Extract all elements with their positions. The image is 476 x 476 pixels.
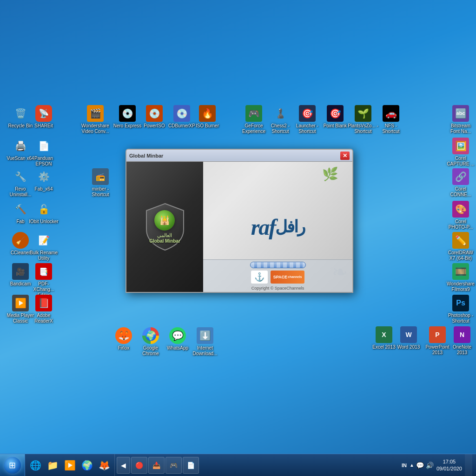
desktop-icon-panduan-epson[interactable]: 📄 Panduan EPSON	[27, 136, 60, 169]
fab-x64-label: Fab_x64	[35, 186, 53, 192]
desktop-icon-corel-photop[interactable]: 🎨 Corel PHOTO-P...	[444, 199, 476, 232]
bandicam-icon: 🎥	[12, 263, 29, 280]
launcher-icon: 🎯	[299, 105, 316, 122]
pdf-xchange-icon: 📑	[35, 263, 52, 280]
tray-volume-icon[interactable]: 🔊	[426, 462, 434, 469]
pinned-media-player[interactable]: ▶️	[61, 457, 78, 474]
panduan-epson-label: Panduan EPSON	[29, 156, 59, 167]
pinned-explorer[interactable]: 📁	[44, 457, 61, 474]
progress-bar-fill	[251, 262, 305, 268]
desktop-icon-nfs[interactable]: 🚗 NFS - Shortcut	[374, 103, 408, 136]
poweriso-label: PowerISO	[144, 123, 165, 129]
idm-tb-label: Internet Download...	[189, 345, 221, 357]
corel-capture-icon: 🖼️	[452, 138, 469, 154]
logo-circle: 🕌	[154, 210, 175, 231]
desktop-icon-fab-x64[interactable]: ⚙️ Fab_x64	[27, 166, 60, 194]
raf-text: raf	[251, 214, 276, 240]
bulk-rename-label: Bulk Rename Utility	[29, 250, 59, 261]
desktop-icon-shareit[interactable]: 📡 SHAREit	[27, 103, 60, 131]
excel-2013-icon: X	[376, 326, 392, 343]
clock[interactable]: 17:05 09/01/2020	[436, 458, 462, 472]
desktop-icon-bitstream[interactable]: 🔤 Bitstream Font Na...	[444, 103, 476, 136]
photoshop-label: Photoshop - Shortcut	[446, 313, 476, 324]
start-orb[interactable]: ⊞	[4, 457, 21, 474]
fab-x64-icon: ⚙️	[35, 168, 52, 185]
popup-bottom-bar: ⚓ SPACE channels Copyright © SpaceChanne…	[203, 259, 352, 292]
pinned-ie[interactable]: 🌐	[27, 457, 44, 474]
wondershare-label: Wondershare Video Conv...	[79, 123, 112, 134]
revo-icon: 🔧	[12, 168, 29, 185]
popup-left-banner: 🕌 العالمي Global Minbar	[126, 162, 203, 292]
quick-launch-bar: 🌐 📁 ▶️ 🌍 🦊	[25, 454, 115, 476]
desktop-icon-onenote-2013[interactable]: N OneNote 2013	[445, 324, 476, 357]
vuescan-icon: 🖨️	[12, 138, 29, 154]
desktop-icon-corel-connect[interactable]: 🔗 Corel CONNE...	[444, 166, 476, 199]
taskbar-app-4[interactable]: 🎮	[165, 457, 182, 474]
logo-box-1: ⚓	[251, 271, 268, 284]
desktop-icon-wondershare[interactable]: 🎬 Wondershare Video Conv...	[77, 103, 114, 136]
corel-photop-icon: 🎨	[452, 201, 469, 218]
plantsvszombie-icon: 🌱	[355, 105, 371, 122]
taskbar-app-3[interactable]: 📥	[148, 457, 165, 474]
desktop-icon-photoshop[interactable]: Ps Photoshop - Shortcut	[444, 293, 476, 326]
taskbar-app-5[interactable]: 📄	[183, 457, 199, 474]
launcher-label: Launcher - Shortcut	[292, 123, 322, 134]
popup-title: Global Minbar	[129, 153, 163, 159]
nero-icon: 💿	[119, 105, 136, 122]
raf-logo: raf رافل	[251, 214, 305, 240]
fab-label: Fab	[16, 219, 24, 225]
tray-arrow-icon[interactable]: ▲	[410, 463, 414, 468]
desktop: 🗑️ Recycle Bin 📡 SHAREit 🖨️ VueScan x64 …	[0, 0, 476, 454]
desktop-icon-idm-tb[interactable]: ⬇️ Internet Download...	[187, 325, 223, 358]
desktop-icon-coreldraw[interactable]: ✏️ CorelDRAW X7 (64-Bit)	[444, 230, 476, 263]
shield-shape: 🕌 العالمي Global Minbar	[142, 201, 188, 252]
taskbar-app-1[interactable]: ◀	[117, 457, 130, 474]
tray-chat-icon[interactable]: 💬	[416, 462, 424, 469]
onenote-2013-label: OneNote 2013	[447, 344, 476, 356]
desktop-icon-iobit[interactable]: 🔓 IObit Unlocker	[27, 199, 60, 226]
desktop-icon-wondershare-filmora[interactable]: 🎞️ Wondershare Filmora9	[444, 261, 476, 294]
taskbar-app-4-icon: 🎮	[170, 462, 178, 469]
desktop-icon-corel-capture[interactable]: 🖼️ Corel CAPTURE ...	[444, 136, 476, 169]
system-tray: ▲ 💬 🔊	[410, 462, 434, 469]
language-indicator[interactable]: IN	[402, 463, 407, 468]
desktop-icon-adobe-reader[interactable]: 📕 Adobe ReaderX	[27, 293, 60, 326]
word-2013-label: Word 2013	[397, 344, 420, 350]
pinned-firefox[interactable]: 🦊	[96, 457, 112, 474]
popup-close-button[interactable]: ✕	[340, 152, 350, 160]
windows-logo-icon: ⊞	[9, 460, 16, 470]
onenote-2013-icon: N	[454, 326, 470, 343]
minber-label: minber - Shortcut	[86, 186, 115, 198]
poweriso-icon: 💿	[146, 105, 163, 122]
wondershare-filmora-icon: 🎞️	[452, 263, 469, 280]
desktop-icon-iso-burner[interactable]: 🔥 ISO Burner	[191, 103, 224, 131]
geforce-icon: 🎮	[245, 105, 262, 122]
bitstream-icon: 🔤	[452, 105, 469, 122]
pinned-chrome[interactable]: 🌍	[79, 457, 95, 474]
corel-capture-label: Corel CAPTURE ...	[446, 156, 476, 167]
adobe-reader-icon: 📕	[35, 295, 52, 311]
bitstream-label: Bitstream Font Na...	[446, 123, 476, 134]
wondershare-filmora-label: Wondershare Filmora9	[446, 281, 476, 292]
point-blank-label: Point Blank	[324, 123, 347, 129]
coreldraw-label: CorelDRAW X7 (64-Bit)	[446, 250, 476, 261]
iso-burner-icon: 🔥	[199, 105, 216, 122]
chrome-tb-icon: 🌍	[142, 327, 159, 344]
space-text-box: SPACE channels	[271, 271, 305, 284]
popup-titlebar: Global Minbar ✕	[126, 150, 352, 162]
show-desktop-button[interactable]	[465, 454, 472, 476]
desktop-icon-minber[interactable]: 📻 minber - Shortcut	[84, 166, 117, 199]
space-channels-logos: ⚓ SPACE channels	[251, 271, 305, 284]
whatsapp-tb-icon: 💬	[169, 327, 186, 344]
whatsapp-tb-label: WhatsApp	[167, 345, 188, 351]
chess2-icon: ♟️	[272, 105, 289, 122]
taskbar-app-2[interactable]: 🔴	[131, 457, 147, 474]
corel-connect-icon: 🔗	[452, 168, 469, 185]
taskbar-running-items: ◀ 🔴 📥 🎮 📄	[115, 454, 398, 476]
wondershare-icon: 🎬	[87, 105, 104, 122]
powerpoint-2013-icon: P	[429, 326, 446, 343]
start-button[interactable]: ⊞	[0, 454, 25, 476]
taskbar: ⊞ 🌐 📁 ▶️ 🌍 🦊 ◀ 🔴 📥 🎮 📄 IN ▲ 💬	[0, 454, 476, 476]
desktop-icon-bulk-rename[interactable]: 📝 Bulk Rename Utility	[27, 230, 60, 263]
leaf-decoration: 🌿	[322, 166, 338, 182]
